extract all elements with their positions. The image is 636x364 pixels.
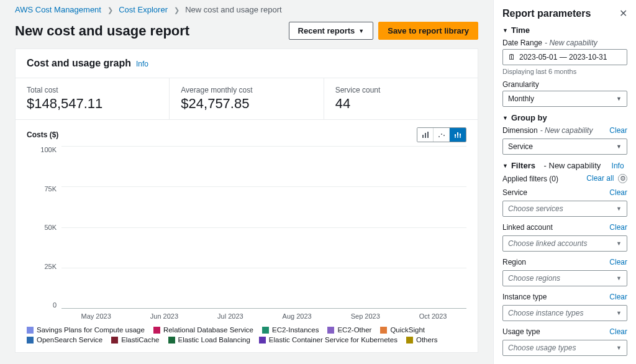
report-parameters-panel: ‖ Report parameters ✕ ▼Time Date Range- … bbox=[493, 0, 636, 364]
section-filters[interactable]: ▼Filters - New capability Info bbox=[502, 161, 627, 170]
stat-service-count: Service count 44 bbox=[324, 78, 478, 119]
breadcrumb-current: New cost and usage report bbox=[185, 5, 281, 14]
granularity-label: Granularity bbox=[502, 80, 627, 89]
legend-swatch bbox=[327, 327, 334, 334]
close-icon[interactable]: ✕ bbox=[619, 7, 627, 19]
legend-label: QuickSight bbox=[390, 326, 425, 334]
save-to-library-button[interactable]: Save to report library bbox=[378, 22, 478, 40]
legend-label: Relational Database Service bbox=[163, 326, 253, 334]
filter-linked-select[interactable]: Choose linked accounts▼ bbox=[502, 235, 627, 252]
applied-filters-count: Applied filters (0) bbox=[502, 175, 558, 183]
legend-item[interactable]: Elastic Container Service for Kubernetes bbox=[259, 336, 398, 344]
date-hint: Displaying last 6 months bbox=[502, 68, 627, 75]
caret-down-icon: ▼ bbox=[616, 345, 622, 351]
filter-service-clear[interactable]: Clear bbox=[609, 188, 627, 197]
caret-down-icon: ▼ bbox=[616, 206, 622, 212]
svg-rect-9 bbox=[457, 135, 458, 138]
filter-region-clear[interactable]: Clear bbox=[609, 258, 627, 266]
gear-icon[interactable]: ⚙ bbox=[618, 174, 627, 183]
side-panel-title: Report parameters bbox=[502, 8, 591, 19]
chart-type-stacked[interactable] bbox=[450, 128, 466, 142]
cost-usage-card: Cost and usage graph Info Total cost $14… bbox=[15, 48, 478, 353]
svg-rect-1 bbox=[425, 133, 426, 138]
granularity-select[interactable]: Monthly▼ bbox=[502, 91, 627, 107]
chart-type-bar[interactable] bbox=[417, 128, 434, 142]
x-tick: Sep 2023 bbox=[351, 312, 380, 320]
legend-item[interactable]: EC2-Other bbox=[327, 326, 371, 334]
recent-reports-button[interactable]: Recent reports ▼ bbox=[289, 22, 374, 40]
chevron-right-icon: ❯ bbox=[107, 6, 113, 14]
caret-down-icon: ▼ bbox=[616, 96, 622, 102]
legend-swatch bbox=[406, 337, 413, 344]
y-tick: 0 bbox=[53, 301, 57, 309]
legend-item[interactable]: OpenSearch Service bbox=[27, 336, 102, 344]
legend-item[interactable]: Relational Database Service bbox=[153, 326, 253, 334]
svg-rect-2 bbox=[427, 132, 429, 138]
legend-item[interactable]: Elastic Load Balancing bbox=[168, 336, 250, 344]
svg-rect-0 bbox=[422, 135, 424, 138]
x-tick: Jun 2023 bbox=[150, 312, 178, 320]
legend-swatch bbox=[262, 327, 269, 334]
dimension-label: Dimension- New capability bbox=[502, 126, 593, 135]
dimension-clear[interactable]: Clear bbox=[609, 126, 627, 135]
chart-legend: Savings Plans for Compute usageRelationa… bbox=[27, 326, 466, 344]
y-tick: 25K bbox=[44, 263, 57, 270]
dimension-select[interactable]: Service▼ bbox=[502, 139, 627, 155]
legend-swatch bbox=[111, 337, 118, 344]
breadcrumb-root[interactable]: AWS Cost Management bbox=[15, 5, 101, 14]
legend-item[interactable]: Savings Plans for Compute usage bbox=[27, 326, 145, 334]
legend-label: ElastiCache bbox=[121, 336, 159, 344]
date-range-input[interactable]: 🗓 2023-05-01 — 2023-10-31 bbox=[502, 49, 627, 65]
page-title: New cost and usage report bbox=[15, 23, 189, 39]
section-time[interactable]: ▼Time bbox=[502, 25, 627, 35]
filter-usage-select[interactable]: Choose usage types▼ bbox=[502, 340, 627, 356]
filter-linked-clear[interactable]: Clear bbox=[609, 223, 627, 232]
filter-usage-clear[interactable]: Clear bbox=[609, 327, 627, 336]
legend-item[interactable]: EC2-Instances bbox=[262, 326, 319, 334]
chart-type-toggle bbox=[417, 127, 466, 142]
caret-down-icon: ▼ bbox=[616, 143, 622, 150]
filter-region-select[interactable]: Choose regions▼ bbox=[502, 270, 627, 286]
legend-swatch bbox=[27, 327, 34, 334]
legend-swatch bbox=[380, 327, 387, 334]
filter-instance-clear[interactable]: Clear bbox=[609, 293, 627, 301]
legend-label: Elastic Container Service for Kubernetes bbox=[269, 336, 398, 344]
svg-rect-8 bbox=[457, 132, 458, 135]
clear-all-filters[interactable]: Clear all bbox=[586, 174, 614, 183]
calendar-icon: 🗓 bbox=[508, 53, 516, 61]
chevron-right-icon: ❯ bbox=[174, 6, 179, 14]
legend-item[interactable]: Others bbox=[406, 336, 438, 344]
filters-info-link[interactable]: Info bbox=[612, 162, 624, 170]
legend-item[interactable]: QuickSight bbox=[380, 326, 425, 334]
chart-plot: 100K75K50K25K0 May 2023Jun 2023Jul 2023A… bbox=[27, 146, 466, 320]
svg-point-4 bbox=[441, 134, 442, 135]
info-link[interactable]: Info bbox=[136, 60, 148, 68]
breadcrumb-mid[interactable]: Cost Explorer bbox=[119, 5, 168, 14]
legend-swatch bbox=[153, 327, 160, 334]
legend-swatch bbox=[168, 337, 175, 344]
chart-type-line[interactable] bbox=[434, 128, 450, 142]
svg-rect-7 bbox=[455, 136, 456, 138]
caret-down-icon: ▼ bbox=[358, 28, 364, 34]
y-tick: 75K bbox=[44, 185, 57, 193]
section-groupby[interactable]: ▼Group by bbox=[502, 113, 627, 122]
date-range-label: Date Range- New capability bbox=[502, 39, 627, 47]
svg-rect-11 bbox=[460, 135, 461, 138]
filter-instance-select[interactable]: Choose instance types▼ bbox=[502, 305, 627, 321]
x-tick: May 2023 bbox=[81, 312, 111, 320]
card-title: Cost and usage graph bbox=[27, 58, 131, 69]
breadcrumb: AWS Cost Management ❯ Cost Explorer ❯ Ne… bbox=[0, 0, 493, 19]
filter-service-select[interactable]: Choose services▼ bbox=[502, 201, 627, 217]
legend-swatch bbox=[27, 337, 34, 344]
legend-label: EC2-Other bbox=[337, 326, 371, 334]
caret-down-icon: ▼ bbox=[616, 310, 622, 316]
y-tick: 100K bbox=[40, 146, 57, 153]
caret-down-icon: ▼ bbox=[616, 275, 622, 281]
legend-label: Others bbox=[416, 336, 438, 344]
chart-y-label: Costs ($) bbox=[27, 130, 58, 139]
legend-item[interactable]: ElastiCache bbox=[111, 336, 159, 344]
legend-label: Elastic Load Balancing bbox=[178, 336, 250, 344]
stat-total-cost: Total cost $148,547.11 bbox=[16, 78, 170, 119]
legend-label: Savings Plans for Compute usage bbox=[37, 326, 145, 334]
svg-rect-10 bbox=[460, 134, 461, 135]
